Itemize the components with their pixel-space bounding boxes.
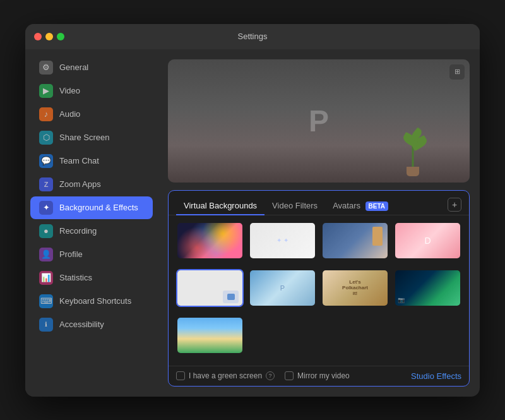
tab-avatars[interactable]: Avatars BETA — [325, 197, 396, 215]
thumb-beach-inner — [177, 318, 242, 353]
background-thumb-zoom-white[interactable] — [176, 269, 244, 307]
beta-badge: BETA — [365, 201, 388, 211]
mirror-video-checkbox-item[interactable]: Mirror my video — [285, 371, 350, 380]
settings-window: Settings ⚙ General ▶ Video ♪ Audio ⬡ Sha… — [25, 24, 480, 397]
window-content: ⚙ General ▶ Video ♪ Audio ⬡ Share Screen… — [25, 49, 480, 397]
sidebar-label-audio: Audio — [59, 109, 80, 119]
sidebar-label-zoom-apps: Zoom Apps — [59, 179, 101, 189]
profile-icon: 👤 — [39, 248, 53, 261]
video-icon: ▶ — [39, 84, 53, 98]
thumb-colorful-inner — [177, 223, 242, 258]
window-title: Settings — [238, 32, 268, 41]
mirror-video-label: Mirror my video — [297, 371, 350, 380]
zoom-label: P — [280, 284, 285, 292]
background-thumb-colorful[interactable] — [176, 222, 244, 260]
team-chat-icon: 💬 — [39, 154, 53, 168]
camera-preview: P ⊞ — [168, 59, 470, 183]
sidebar-item-team-chat[interactable]: 💬 Team Chat — [30, 150, 153, 172]
sidebar-label-video: Video — [59, 86, 80, 95]
recording-icon: ● — [39, 224, 53, 238]
titlebar: Settings — [25, 24, 480, 49]
preview-plant — [394, 119, 432, 176]
background-thumb-white[interactable]: ✦ ✦ — [249, 222, 316, 260]
minimize-button[interactable] — [45, 33, 53, 40]
thumb-aurora-inner: 📷 — [395, 270, 460, 306]
thumb-white-inner: ✦ ✦ — [250, 223, 315, 258]
camera-small-icon: 📷 — [398, 297, 405, 303]
sidebar-label-general: General — [59, 63, 88, 72]
sidebar-label-keyboard-shortcuts: Keyboard Shortcuts — [59, 296, 131, 306]
sidebar-label-profile: Profile — [59, 249, 83, 259]
main-content: P ⊞ Virtual Backgrounds Video Filter — [158, 49, 480, 397]
sidebar-item-profile[interactable]: 👤 Profile — [30, 243, 153, 266]
sidebar-label-share-screen: Share Screen — [59, 133, 110, 142]
sidebar-item-statistics[interactable]: 📊 Statistics — [30, 267, 153, 289]
tab-avatars-label: Avatars — [333, 201, 360, 210]
background-thumb-beach[interactable] — [176, 316, 244, 354]
background-effects-icon: ✦ — [39, 201, 53, 215]
postcard-text: Let'sPolkachartit! — [342, 279, 368, 296]
sidebar-item-keyboard-shortcuts[interactable]: ⌨ Keyboard Shortcuts — [30, 290, 153, 313]
background-thumb-office[interactable] — [321, 222, 389, 260]
sidebar: ⚙ General ▶ Video ♪ Audio ⬡ Share Screen… — [25, 49, 158, 397]
sidebar-item-background-effects[interactable]: ✦ Background & Effects — [30, 196, 153, 219]
info-icon[interactable]: ? — [266, 371, 275, 380]
backgrounds-grid: ✦ ✦ D — [169, 215, 469, 366]
general-icon: ⚙ — [39, 61, 53, 75]
close-button[interactable] — [34, 33, 42, 40]
panel-tabs: Virtual Backgrounds Video Filters Avatar… — [169, 191, 469, 215]
accessibility-icon: ℹ — [39, 318, 53, 332]
sidebar-item-recording[interactable]: ● Recording — [30, 220, 153, 243]
sidebar-label-background-effects: Background & Effects — [59, 203, 138, 212]
thumb-pink-inner: D — [395, 223, 460, 258]
studio-effects-link[interactable]: Studio Effects — [411, 371, 461, 381]
sidebar-label-recording: Recording — [59, 226, 97, 236]
green-screen-checkbox-item[interactable]: I have a green screen ? — [176, 371, 275, 380]
traffic-lights — [34, 33, 64, 40]
sidebar-item-general[interactable]: ⚙ General — [30, 56, 153, 79]
green-screen-label: I have a green screen — [189, 371, 262, 380]
tab-video-filters[interactable]: Video Filters — [264, 197, 325, 215]
panel-bottom-bar: I have a green screen ? Mirror my video … — [169, 366, 469, 386]
tab-virtual-backgrounds[interactable]: Virtual Backgrounds — [176, 197, 264, 215]
preview-background: P — [168, 59, 470, 183]
sidebar-item-share-screen[interactable]: ⬡ Share Screen — [30, 126, 153, 149]
sidebar-item-audio[interactable]: ♪ Audio — [30, 103, 153, 126]
statistics-icon: 📊 — [39, 271, 53, 285]
background-thumb-postcard[interactable]: Let'sPolkachartit! — [321, 269, 389, 307]
thumb-zoom-blue-inner: P — [250, 270, 315, 306]
sidebar-label-statistics: Statistics — [59, 273, 92, 282]
thumb-zoom-white-inner — [177, 270, 242, 306]
share-screen-icon: ⬡ — [39, 131, 53, 145]
keyboard-shortcuts-icon: ⌨ — [39, 294, 53, 308]
sidebar-item-accessibility[interactable]: ℹ Accessibility — [30, 313, 153, 336]
zoom-apps-icon: Z — [39, 177, 53, 191]
maximize-button[interactable] — [57, 33, 64, 40]
thumb-office-inner — [323, 223, 388, 258]
mirror-video-checkbox[interactable] — [285, 371, 294, 380]
green-screen-checkbox[interactable] — [176, 371, 185, 380]
add-background-button[interactable]: + — [448, 198, 461, 212]
background-thumb-pink[interactable]: D — [394, 222, 461, 260]
background-thumb-zoom-blue[interactable]: P — [249, 269, 316, 307]
preview-logo: P — [309, 104, 329, 138]
backgrounds-panel: Virtual Backgrounds Video Filters Avatar… — [168, 190, 470, 387]
preview-expand-button[interactable]: ⊞ — [449, 64, 465, 80]
sidebar-label-accessibility: Accessibility — [59, 320, 104, 329]
thumb-postcard-inner: Let'sPolkachartit! — [323, 270, 388, 306]
sidebar-item-zoom-apps[interactable]: Z Zoom Apps — [30, 173, 153, 196]
sidebar-item-video[interactable]: ▶ Video — [30, 80, 153, 102]
audio-icon: ♪ — [39, 107, 53, 121]
background-thumb-aurora[interactable]: 📷 — [394, 269, 461, 307]
sidebar-label-team-chat: Team Chat — [59, 156, 99, 165]
